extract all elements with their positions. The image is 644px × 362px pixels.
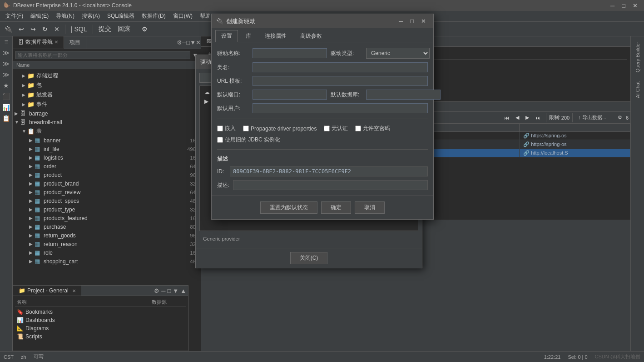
toolbar-settings-btn[interactable]: ⚙ <box>139 24 150 34</box>
db-nav-close[interactable]: ✕ <box>54 40 58 45</box>
tree-barrage[interactable]: ▶ 🗄 barrage <box>13 109 201 118</box>
arrow-product-specs[interactable]: ▶ <box>29 198 35 203</box>
arrow-stored-procs[interactable]: ▶ <box>22 73 27 78</box>
menu-edit[interactable]: 编辑(E) <box>27 11 52 21</box>
tree-return-goods[interactable]: ▶ ▦ return_goods 96K <box>13 231 201 240</box>
project-close[interactable]: ✕ <box>72 288 76 293</box>
driver-list-close-btn-footer[interactable]: 关闭(C) <box>290 252 328 264</box>
menu-nav[interactable]: 导航(N) <box>52 11 78 21</box>
tree-products-featured[interactable]: ▶ ▦ products_featured 16K <box>13 214 201 222</box>
reset-btn[interactable]: 重置为默认状态 <box>260 201 317 214</box>
tree-return-reason[interactable]: ▶ ▦ return_reason 32K <box>13 240 201 248</box>
toolbar-rollback-btn[interactable]: 回滚 <box>115 24 133 35</box>
arrow-barrage[interactable]: ▶ <box>15 111 20 116</box>
tree-logistics[interactable]: ▶ ▦ logistics 16K <box>13 153 201 162</box>
sidebar-menu-btn[interactable]: ▼ <box>190 36 196 49</box>
project-dashboards[interactable]: 📊 Dashboards <box>15 316 186 324</box>
class-input[interactable] <box>253 62 428 72</box>
sidebar-expand-btn[interactable]: □ <box>186 36 190 49</box>
project-settings-btn[interactable]: ⚙ <box>154 287 159 294</box>
prev-page-btn[interactable]: ◀ <box>513 113 522 122</box>
arrow-inf-file[interactable]: ▶ <box>29 146 35 151</box>
arrow-package[interactable]: ▶ <box>22 83 27 88</box>
sidebar-icon-1[interactable]: ≡ <box>4 38 8 45</box>
arrow-breadroll[interactable]: ▼ <box>15 120 20 125</box>
desc-input[interactable] <box>233 180 428 190</box>
ai-chat-btn[interactable]: AI Chat <box>633 78 642 102</box>
query-builder-btn[interactable]: Query Builder <box>633 38 642 76</box>
minimize-button[interactable]: ─ <box>608 1 617 10</box>
arrow-tables[interactable]: ▼ <box>22 129 27 134</box>
allow-empty-pwd-checkbox[interactable]: 允许空密码 <box>355 125 390 132</box>
embed-checkbox[interactable]: 嵌入 <box>217 125 236 132</box>
project-maximize-btn[interactable]: □ <box>167 287 171 294</box>
toolbar-commit-btn[interactable]: 提交 <box>96 24 114 35</box>
tree-purchase[interactable]: ▶ ▦ purchase 80K <box>13 222 201 231</box>
close-button[interactable]: ✕ <box>630 1 640 10</box>
arrow-products-featured[interactable]: ▶ <box>29 216 35 221</box>
tree-order[interactable]: ▶ ▦ order 64K <box>13 162 201 171</box>
sidebar-icon-8[interactable]: 📋 <box>2 115 10 122</box>
project-diagrams[interactable]: 📐 Diagrams <box>15 324 186 332</box>
allow-empty-check-input[interactable] <box>355 126 361 131</box>
sidebar-icon-5[interactable]: ★ <box>3 82 9 89</box>
tree-package[interactable]: ▶ 📁 包 <box>13 80 201 90</box>
first-page-btn[interactable]: ⏮ <box>501 114 512 122</box>
arrow-banner[interactable]: ▶ <box>29 138 35 143</box>
driver-tab-conn-props[interactable]: 连接属性 <box>259 30 292 42</box>
project-general-tab[interactable]: 📁 Project - General ✕ <box>13 286 81 296</box>
tree-events[interactable]: ▶ 📁 事件 <box>13 100 201 109</box>
arrow-product[interactable]: ▶ <box>29 172 35 177</box>
toolbar-forward-btn[interactable]: ↪ <box>28 24 39 34</box>
ok-btn[interactable]: 确定 <box>321 201 351 214</box>
tree-banner[interactable]: ▶ ▦ banner 16K <box>13 136 201 145</box>
toolbar-back-btn[interactable]: ↩ <box>16 24 27 34</box>
menu-database[interactable]: 数据库(D) <box>138 11 169 21</box>
project-arrow-down-btn[interactable]: ▼ <box>173 287 178 294</box>
sidebar-collapse-btn[interactable]: ─ <box>182 36 186 49</box>
arrow-product-type[interactable]: ▶ <box>29 207 35 212</box>
driver-name-input[interactable] <box>253 48 327 58</box>
arrow-product-review[interactable]: ▶ <box>29 190 35 195</box>
arrow-return-goods[interactable]: ▶ <box>29 233 35 238</box>
sidebar-icon-3[interactable]: ≫ <box>3 60 10 67</box>
project-scripts[interactable]: 📜 Scripts <box>15 332 186 341</box>
tab-db-navigator[interactable]: 🗄 数据库导航 ✕ <box>13 36 64 49</box>
default-user-input[interactable] <box>253 103 428 113</box>
menu-search[interactable]: 搜索(A) <box>78 11 104 21</box>
maximize-button[interactable]: □ <box>619 1 628 10</box>
driver-tab-settings[interactable]: 设置 <box>215 30 238 42</box>
no-auth-checkbox[interactable]: 无认证 <box>324 125 348 132</box>
project-bookmarks[interactable]: 🔖 Bookmarks <box>15 308 186 316</box>
export-btn[interactable]: ↑ 导出数据... <box>575 113 609 122</box>
cancel-btn[interactable]: 取消 <box>355 201 385 214</box>
tree-product-type[interactable]: ▶ ▦ product_type 32K <box>13 205 201 214</box>
arrow-order[interactable]: ▶ <box>29 164 35 169</box>
tree-breadroll-mall[interactable]: ▼ 🗄 breadroll-mall <box>13 118 201 126</box>
no-auth-check-input[interactable] <box>324 126 330 131</box>
arrow-role[interactable]: ▶ <box>29 250 35 255</box>
sidebar-icon-4[interactable]: ≫ <box>3 71 10 78</box>
default-port-input[interactable] <box>253 90 327 100</box>
use-legacy-jdbc-checkbox[interactable]: 使用旧的 JDBC 实例化 <box>217 136 280 144</box>
sidebar-close-all-btn[interactable]: ✕ <box>196 36 201 49</box>
default-db-input[interactable] <box>366 90 441 100</box>
sidebar-icon-6[interactable]: ⬛ <box>2 93 10 100</box>
embed-check-input[interactable] <box>217 126 223 131</box>
url-input[interactable] <box>253 76 428 86</box>
tree-product-specs[interactable]: ▶ ▦ product_specs 48K <box>13 196 201 205</box>
sidebar-settings-btn[interactable]: ⚙ <box>177 36 182 49</box>
propagate-check-input[interactable] <box>243 126 249 131</box>
col-extra[interactable] <box>520 124 630 132</box>
new-connection-btn[interactable]: 🔌 <box>2 24 15 34</box>
driver-type-select[interactable]: Generic <box>366 48 430 59</box>
tree-product-brand[interactable]: ▶ ▦ product_brand 32K <box>13 179 201 188</box>
arrow-return-reason[interactable]: ▶ <box>29 241 35 246</box>
tree-stored-procs[interactable]: ▶ 📁 存储过程 <box>13 71 201 80</box>
propagate-checkbox[interactable]: Propagate driver properties <box>243 126 317 132</box>
dialog-close-btn[interactable]: ✕ <box>418 17 429 25</box>
tree-tables[interactable]: ▼ 📋 表 <box>13 126 201 136</box>
settings-data-btn[interactable]: ⚙ <box>615 113 625 122</box>
tree-product-review[interactable]: ▶ ▦ product_review 64K <box>13 188 201 196</box>
tree-shopping-cart[interactable]: ▶ ▦ shopping_cart 48K <box>13 257 201 266</box>
